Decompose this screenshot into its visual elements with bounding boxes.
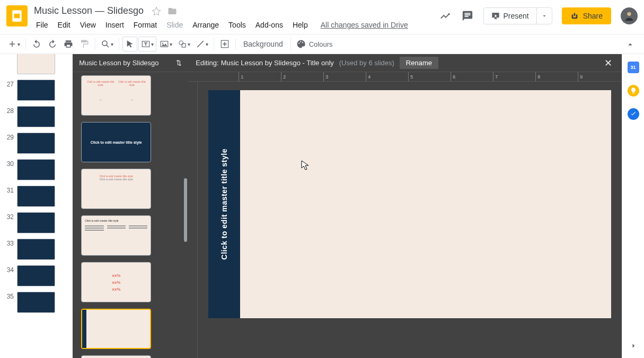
share-button[interactable]: Share xyxy=(562,7,611,24)
colours-label: Colours xyxy=(309,40,333,48)
master-dropdown-icon[interactable]: ⇅ xyxy=(176,59,182,67)
slide-thumb[interactable] xyxy=(17,159,55,180)
calendar-addon-icon[interactable]: 31 xyxy=(628,62,639,73)
redo-button[interactable] xyxy=(45,37,60,51)
svg-rect-2 xyxy=(574,13,575,16)
scrollbar-thumb[interactable] xyxy=(184,178,187,242)
editing-label: Editing: xyxy=(196,59,218,67)
slide-thumb[interactable] xyxy=(17,265,55,286)
account-avatar[interactable] xyxy=(621,7,638,24)
svg-point-3 xyxy=(627,12,631,16)
side-panel: 31 xyxy=(622,54,644,358)
slide-thumb[interactable] xyxy=(17,292,55,313)
menu-arrange[interactable]: Arrange xyxy=(188,19,223,31)
menu-slide: Slide xyxy=(162,19,187,31)
editing-name: Music Lesson by Slidesgo - Title only xyxy=(221,59,334,67)
master-layout-list[interactable]: Click to edit master title styleClick to… xyxy=(73,72,188,358)
comments-icon[interactable] xyxy=(461,10,474,22)
slide-number: 31 xyxy=(4,186,14,194)
menu-help[interactable]: Help xyxy=(288,19,312,31)
layout-thumb[interactable]: xx% xx% xx% xyxy=(81,262,151,302)
svg-point-7 xyxy=(162,42,163,43)
svg-point-4 xyxy=(102,41,107,46)
slide-number: 35 xyxy=(4,292,14,300)
present-button[interactable]: Present xyxy=(484,8,536,24)
layout-thumb[interactable]: Click to edit master title style xyxy=(81,122,151,162)
menu-addons[interactable]: Add-ons xyxy=(251,19,287,31)
zoom-button[interactable]: ▾ xyxy=(99,37,116,51)
svg-point-11 xyxy=(298,42,299,43)
ruler-vertical[interactable] xyxy=(188,82,198,358)
slide-thumb[interactable] xyxy=(17,54,55,74)
close-master-button[interactable]: ✕ xyxy=(602,57,614,69)
used-by-text: (Used by 6 slides) xyxy=(339,59,394,67)
shape-tool[interactable]: ▾ xyxy=(175,37,192,51)
slide-thumb[interactable] xyxy=(17,212,55,233)
menu-tools[interactable]: Tools xyxy=(224,19,250,31)
menu-bar: File Edit View Insert Format Slide Arran… xyxy=(32,19,439,31)
star-icon[interactable] xyxy=(151,6,162,16)
present-label: Present xyxy=(503,12,528,20)
present-dropdown[interactable] xyxy=(536,8,552,24)
print-button[interactable] xyxy=(61,37,76,51)
layout-thumb[interactable]: Click to edit master title styleClick to… xyxy=(81,75,151,116)
slide-number: 34 xyxy=(4,265,14,274)
slide-thumb[interactable] xyxy=(17,133,55,154)
menu-view[interactable]: View xyxy=(76,19,100,31)
slide-number: 28 xyxy=(4,106,14,115)
svg-point-12 xyxy=(300,41,301,42)
paint-format-button xyxy=(77,37,92,51)
ruler-horizontal[interactable]: 1 2 3 4 5 6 7 8 9 xyxy=(188,72,622,82)
svg-point-13 xyxy=(302,42,303,43)
slide-thumb[interactable] xyxy=(17,186,55,207)
tasks-addon-icon[interactable] xyxy=(628,108,639,120)
keep-addon-icon[interactable] xyxy=(628,85,639,97)
master-panel-title[interactable]: Music Lesson by Slidesgo ⇅ xyxy=(73,54,188,72)
rename-button[interactable]: Rename xyxy=(400,57,438,69)
layout-thumb[interactable]: Click to edit master title style xyxy=(81,215,151,256)
activity-icon[interactable] xyxy=(439,10,452,22)
document-title[interactable]: Music Lesson — Slidesgo xyxy=(32,4,146,18)
new-slide-button[interactable]: ▾ xyxy=(5,37,22,51)
menu-edit[interactable]: Edit xyxy=(54,19,75,31)
slide-thumb[interactable] xyxy=(17,80,55,101)
layout-thumb-selected[interactable] xyxy=(81,309,151,349)
share-label: Share xyxy=(583,12,603,20)
svg-rect-1 xyxy=(14,14,20,19)
master-panel-title-text: Music Lesson by Slidesgo xyxy=(79,59,158,67)
undo-button[interactable] xyxy=(29,37,44,51)
line-tool[interactable]: ▾ xyxy=(193,37,210,51)
slide-number: 32 xyxy=(4,212,14,221)
background-button[interactable]: Background xyxy=(239,40,287,48)
expand-side-panel-icon[interactable] xyxy=(629,341,638,351)
slide-number: 33 xyxy=(4,239,14,247)
menu-format[interactable]: Format xyxy=(129,19,161,31)
slide[interactable]: Click to edit master title style xyxy=(208,90,611,318)
slides-logo[interactable] xyxy=(6,5,28,27)
select-tool[interactable] xyxy=(122,37,137,51)
svg-point-8 xyxy=(179,41,183,45)
move-folder-icon[interactable] xyxy=(167,6,178,16)
slide-number: 30 xyxy=(4,159,14,168)
slide-thumb[interactable] xyxy=(17,106,55,127)
slide-canvas[interactable]: Click to edit master title style xyxy=(198,82,622,358)
slide-number: 29 xyxy=(4,133,14,141)
colours-button[interactable]: Colours xyxy=(294,37,335,51)
layout-thumb[interactable]: Click to edit master title styleClick to… xyxy=(81,169,151,209)
menu-insert[interactable]: Insert xyxy=(101,19,128,31)
save-status[interactable]: All changes saved in Drive xyxy=(321,21,408,29)
menu-file[interactable]: File xyxy=(32,19,52,31)
master-title-placeholder[interactable]: Click to edit master title style xyxy=(220,149,228,260)
textbox-tool[interactable]: ▾ xyxy=(138,37,156,51)
slide-title-sidebar[interactable]: Click to edit master title style xyxy=(208,90,240,318)
filmstrip[interactable]: 27 28 29 30 31 32 33 34 35 xyxy=(0,54,73,358)
add-placeholder-button[interactable] xyxy=(217,37,232,51)
slide-thumb[interactable] xyxy=(17,239,55,260)
layout-thumb[interactable] xyxy=(81,355,151,358)
slide-number: 27 xyxy=(4,80,14,88)
toolbar: ▾ ▾ ▾ ▾ ▾ ▾ Background Colours xyxy=(0,34,644,54)
collapse-toolbar-button[interactable] xyxy=(623,37,638,52)
image-tool[interactable]: ▾ xyxy=(157,37,174,51)
edit-bar: Editing: Music Lesson by Slidesgo - Titl… xyxy=(188,54,622,72)
